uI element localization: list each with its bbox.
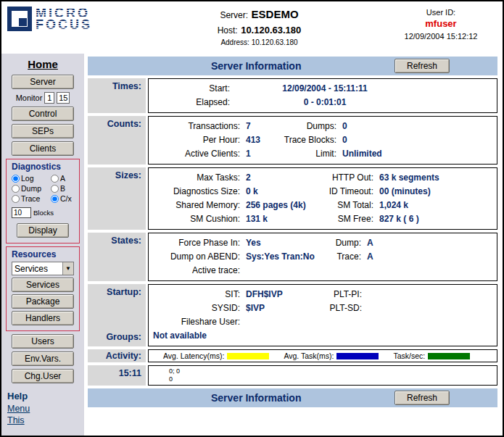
field-value: DFH$IVP: [246, 288, 311, 301]
control-button[interactable]: Control: [12, 107, 74, 121]
data-line: Transactions: 7 Dumps: 0: [153, 120, 492, 133]
legend-item: Avg. Latency(ms):: [163, 351, 269, 360]
package-button[interactable]: Package: [12, 294, 74, 309]
field-value: $IVP: [246, 301, 311, 315]
states-label: States:: [88, 233, 146, 281]
field-label: Trace Blocks:: [282, 133, 336, 147]
data-line: Per Hour: 413 Trace Blocks: 0: [153, 133, 492, 147]
server-information-bottombar: Server Information Refresh: [88, 388, 497, 407]
cx-radio[interactable]: C/x: [51, 194, 74, 203]
field-label: Elapsed:: [153, 96, 230, 109]
field-label: Dumps:: [282, 120, 336, 133]
data-line: Shared Memory: 256 pages (4k) SM Total: …: [153, 199, 492, 212]
monitor-input-2[interactable]: [57, 92, 70, 104]
a-radio[interactable]: A: [51, 174, 74, 183]
home-link[interactable]: Home: [28, 58, 58, 70]
handlers-button[interactable]: Handlers: [12, 311, 74, 325]
data-line: Active trace:: [153, 264, 492, 278]
refresh-button-bottom[interactable]: Refresh: [394, 391, 450, 405]
field-value: [246, 264, 318, 278]
field-value: 63 k segments: [379, 171, 492, 185]
chguser-button[interactable]: Chg.User: [12, 369, 74, 383]
field-label: SM Free:: [321, 212, 373, 226]
field-value: 7: [246, 120, 276, 133]
field-label: Per Hour:: [153, 133, 240, 147]
b-radio-label: B: [60, 184, 65, 193]
field-value: 827 k ( 6 ): [379, 212, 492, 226]
data-line: Max Tasks: 2 HTTP Out: 63 k segments: [153, 171, 492, 185]
b-radio-input[interactable]: [51, 185, 59, 193]
data-line: Dump on ABEND: Sys:Yes Tran:No Trace: A: [153, 250, 492, 264]
trace-radio[interactable]: Trace: [12, 194, 51, 203]
field-value: 0: [342, 120, 492, 133]
envvars-button[interactable]: Env.Vars.: [12, 351, 74, 366]
server-button[interactable]: Server: [12, 75, 74, 89]
activity-label: Activity:: [88, 349, 146, 362]
menu-link[interactable]: Menu: [7, 404, 30, 414]
trace-radio-input[interactable]: [12, 195, 20, 203]
activity-readings: 0; 0 0: [148, 365, 497, 386]
dump-radio[interactable]: Dump: [12, 184, 51, 193]
dump-radio-input[interactable]: [12, 185, 20, 193]
log-radio-input[interactable]: [12, 175, 20, 183]
field-label: Shared Memory:: [153, 199, 240, 212]
field-label: Transactions:: [153, 120, 240, 133]
services-button[interactable]: Services: [12, 278, 74, 292]
refresh-button-top[interactable]: Refresh: [394, 59, 450, 73]
field-label: Start:: [153, 82, 230, 96]
users-button[interactable]: Users: [12, 334, 74, 349]
monitor-label: Monitor: [16, 93, 43, 102]
this-link[interactable]: This: [7, 415, 30, 425]
monitor-input-1[interactable]: [44, 92, 54, 104]
sidebar: Home Server Monitor Control SEPs Clients…: [1, 54, 84, 436]
activity-legend: Avg. Latency(ms): Avg. Task(ms): Task/se…: [148, 349, 497, 362]
address-line: Address: 10.120.63.180: [132, 38, 387, 46]
header: MICRO FOCUS Server: ESDEMO Host: 10.120.…: [1, 1, 503, 54]
display-button[interactable]: Display: [17, 223, 69, 238]
task-sec-swatch: [428, 353, 470, 359]
help-title: Help: [7, 391, 30, 401]
field-value: A: [367, 236, 492, 250]
blocks-input[interactable]: [12, 207, 31, 218]
activity-time-label: 15:11: [88, 365, 146, 386]
field-value: 131 k: [246, 212, 315, 226]
blocks-label: Blocks: [33, 209, 54, 217]
field-value: Sys:Yes Tran:No: [246, 250, 318, 264]
log-radio[interactable]: Log: [12, 174, 51, 183]
states-section: States: Force Phase In: Yes Dump: A Dump…: [88, 233, 497, 281]
startup-section: Startup: Groups: SIT: DFH$IVP PLT-PI: SY…: [88, 284, 497, 346]
help-section: Help Menu This: [7, 391, 30, 427]
resources-select[interactable]: Services ▼: [12, 262, 74, 275]
counts-section: Counts: Transactions: 7 Dumps: 0 Per Hou…: [88, 116, 497, 165]
cx-radio-input[interactable]: [51, 195, 59, 203]
field-label: Fileshare User:: [153, 315, 240, 329]
a-radio-input[interactable]: [51, 175, 59, 183]
b-radio[interactable]: B: [51, 184, 74, 193]
page: MICRO FOCUS Server: ESDEMO Host: 10.120.…: [0, 0, 504, 437]
field-label: [317, 315, 362, 329]
activity-reading: 0; 0: [169, 367, 492, 375]
task-sec-legend-label: Task/sec:: [393, 351, 425, 360]
server-information-titlebar: Server Information Refresh: [88, 57, 497, 75]
chevron-down-icon: ▼: [62, 262, 73, 275]
field-label: PLT-SD:: [317, 301, 362, 315]
logo-line1: MICRO: [36, 7, 92, 19]
times-label: Times:: [88, 78, 146, 113]
logo-line2: FOCUS: [36, 19, 92, 30]
task-ms-legend-label: Avg. Task(ms):: [284, 351, 334, 360]
field-label: SYSID:: [153, 301, 240, 315]
field-value: 12/09/2004 - 15:11:11: [236, 82, 414, 96]
diagnostics-title: Diagnostics: [12, 162, 61, 172]
seps-button[interactable]: SEPs: [12, 124, 74, 138]
groups-value: Not available: [153, 329, 492, 343]
legend-item: Task/sec:: [393, 351, 470, 360]
field-value: Unlimited: [342, 147, 492, 161]
field-value: [368, 288, 492, 301]
field-label: Dump:: [324, 236, 361, 250]
clients-button[interactable]: Clients: [12, 141, 74, 156]
data-line: SYSID: $IVP PLT-SD:: [153, 301, 492, 315]
times-content: Start: 12/09/2004 - 15:11:11 Elapsed: 0 …: [148, 78, 497, 113]
page-title: Server Information: [211, 60, 301, 72]
field-label: Max Tasks:: [153, 171, 240, 185]
data-line: SM Cushion: 131 k SM Free: 827 k ( 6 ): [153, 212, 492, 226]
